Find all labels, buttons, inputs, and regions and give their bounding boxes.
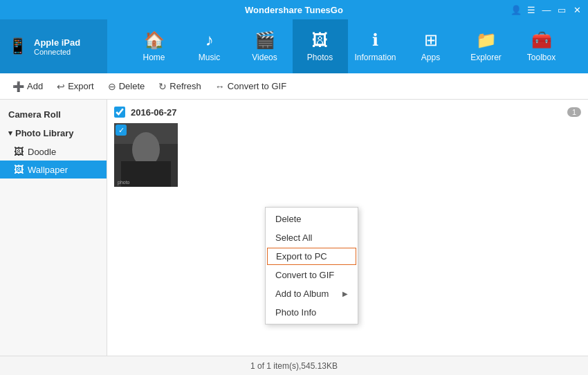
- refresh-icon: ↻: [158, 81, 167, 92]
- sidebar-item-doodle-label: Doodle: [28, 147, 56, 157]
- home-icon: 🏠: [144, 30, 165, 50]
- add-icon: ➕: [12, 81, 24, 92]
- chevron-down-icon: ▾: [8, 129, 12, 138]
- nav-label-photos: Photos: [307, 53, 333, 62]
- toolbox-icon: 🧰: [531, 30, 552, 50]
- nav-item-home[interactable]: 🏠 Home: [127, 19, 182, 73]
- date-header: 2016-06-27 1: [114, 107, 581, 118]
- nav-item-videos[interactable]: 🎬 Videos: [237, 19, 293, 73]
- nav-label-home: Home: [143, 53, 165, 62]
- wallpaper-icon: 🖼: [14, 164, 24, 175]
- menu-icon[interactable]: ☰: [526, 5, 537, 15]
- export-button[interactable]: ↩ Export: [51, 78, 100, 95]
- convert-to-gif-button[interactable]: ↔ Convert to GIF: [210, 78, 292, 95]
- context-menu-select-all[interactable]: Select All: [266, 228, 358, 247]
- videos-icon: 🎬: [255, 30, 275, 50]
- context-menu-add-to-album[interactable]: Add to Album ▶: [266, 284, 358, 303]
- context-menu-photo-info[interactable]: Photo Info: [266, 303, 358, 322]
- nav-item-information[interactable]: ℹ Information: [348, 19, 403, 73]
- date-group: 2016-06-27 1 photo ✓: [114, 107, 581, 187]
- nav-label-music: Music: [199, 53, 220, 62]
- submenu-arrow-icon: ▶: [342, 290, 348, 298]
- refresh-button[interactable]: ↻ Refresh: [153, 78, 207, 95]
- add-button[interactable]: ➕ Add: [7, 78, 48, 95]
- main-layout: Camera Roll ▾ Photo Library 🖼 Doodle 🖼 W…: [0, 100, 588, 356]
- sidebar-item-wallpaper-label: Wallpaper: [28, 165, 68, 175]
- device-status: Connected: [34, 48, 80, 56]
- svg-text:photo: photo: [118, 180, 130, 185]
- nav-item-explorer[interactable]: 📁 Explorer: [459, 19, 514, 73]
- doodle-icon: 🖼: [14, 146, 24, 157]
- maximize-icon[interactable]: ▭: [556, 5, 567, 15]
- device-icon: 📱: [8, 37, 27, 55]
- sidebar-item-doodle[interactable]: 🖼 Doodle: [0, 143, 107, 161]
- app-title: Wondershare TunesGo: [245, 5, 343, 15]
- sidebar-item-wallpaper[interactable]: 🖼 Wallpaper: [0, 161, 107, 179]
- sidebar: Camera Roll ▾ Photo Library 🖼 Doodle 🖼 W…: [0, 100, 107, 356]
- music-icon: ♪: [205, 30, 214, 50]
- add-label: Add: [27, 81, 43, 91]
- content-area: 2016-06-27 1 photo ✓: [107, 100, 588, 356]
- nav-items: 🏠 Home ♪ Music 🎬 Videos 🖼 Photos ℹ Infor…: [107, 19, 588, 73]
- photo-grid: photo ✓: [114, 123, 581, 187]
- device-name: Apple iPad: [34, 37, 80, 48]
- export-icon: ↩: [57, 81, 65, 92]
- date-checkbox[interactable]: [114, 107, 125, 118]
- device-text: Apple iPad Connected: [34, 37, 80, 56]
- nav-item-photos[interactable]: 🖼 Photos: [293, 19, 348, 73]
- delete-button[interactable]: ⊖ Delete: [102, 78, 151, 95]
- title-bar: Wondershare TunesGo 👤 ☰ — ▭ ✕: [0, 0, 588, 19]
- date-label: 2016-06-27: [131, 107, 177, 118]
- nav-label-toolbox: Toolbox: [527, 53, 555, 62]
- context-menu-delete[interactable]: Delete: [266, 210, 358, 228]
- device-info: 📱 Apple iPad Connected: [0, 19, 107, 73]
- nav-label-explorer: Explorer: [470, 53, 502, 62]
- explorer-icon: 📁: [476, 30, 497, 50]
- apps-icon: ⊞: [424, 30, 438, 50]
- information-icon: ℹ: [372, 30, 378, 50]
- refresh-label: Refresh: [169, 81, 201, 91]
- context-menu-export-to-pc[interactable]: Export to PC: [267, 248, 356, 265]
- convert-icon: ↔: [215, 81, 225, 92]
- status-bar: 1 of 1 item(s),545.13KB: [0, 356, 588, 375]
- context-menu: Delete Select All Export to PC Convert t…: [265, 207, 358, 324]
- minimize-icon[interactable]: —: [541, 5, 552, 15]
- sidebar-photo-library-group: ▾ Photo Library: [0, 124, 107, 143]
- status-text: 1 of 1 item(s),545.13KB: [250, 361, 338, 371]
- photo-thumbnail[interactable]: photo ✓: [114, 123, 178, 187]
- nav-item-music[interactable]: ♪ Music: [182, 19, 237, 73]
- delete-label: Delete: [119, 81, 145, 91]
- nav-label-information: Information: [354, 53, 396, 62]
- photos-icon: 🖼: [312, 30, 329, 50]
- check-overlay: ✓: [116, 125, 127, 136]
- nav-item-apps[interactable]: ⊞ Apps: [403, 19, 459, 73]
- toolbar: ➕ Add ↩ Export ⊖ Delete ↻ Refresh ↔ Conv…: [0, 73, 588, 100]
- nav-label-videos: Videos: [252, 53, 277, 62]
- delete-icon: ⊖: [108, 81, 116, 92]
- export-label: Export: [68, 81, 94, 91]
- nav-bar: 📱 Apple iPad Connected 🏠 Home ♪ Music 🎬 …: [0, 19, 588, 73]
- context-menu-convert-to-gif[interactable]: Convert to GIF: [266, 266, 358, 284]
- nav-item-toolbox[interactable]: 🧰 Toolbox: [514, 19, 569, 73]
- window-controls[interactable]: 👤 ☰ — ▭ ✕: [511, 5, 582, 15]
- convert-label: Convert to GIF: [228, 81, 286, 91]
- close-icon[interactable]: ✕: [571, 5, 582, 15]
- user-icon[interactable]: 👤: [511, 5, 522, 15]
- nav-label-apps: Apps: [421, 53, 440, 62]
- date-count: 1: [567, 107, 581, 117]
- sidebar-camera-roll[interactable]: Camera Roll: [0, 105, 107, 124]
